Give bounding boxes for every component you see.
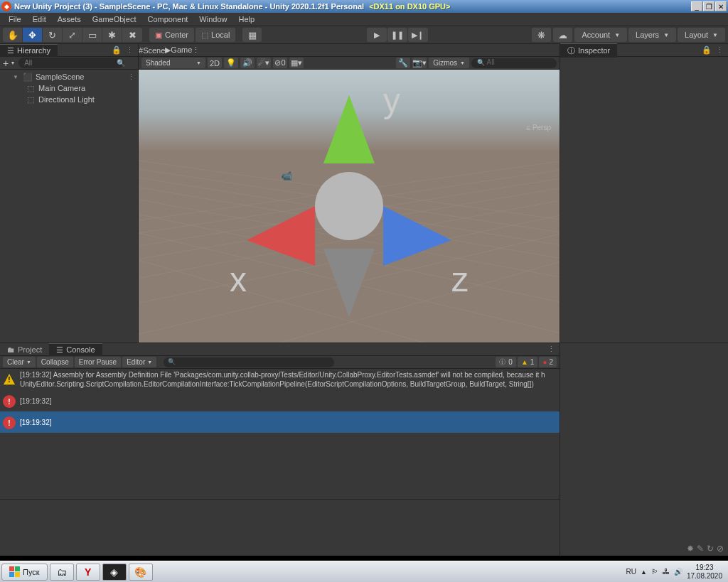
project-tab[interactable]: 🖿Project	[0, 344, 49, 355]
console-icon: ☰	[56, 345, 63, 355]
pivot-center-toggle[interactable]: ▣Center	[149, 28, 194, 42]
tray-network-icon[interactable]: 🖧	[663, 568, 670, 576]
step-button[interactable]: ▶❙	[408, 28, 428, 42]
maximize-button[interactable]: ❐	[703, 1, 714, 11]
audio-toggle[interactable]: 🔊	[240, 58, 255, 68]
taskbar-app-unity[interactable]: ◈	[102, 564, 127, 581]
pause-button[interactable]: ❚❚	[387, 28, 407, 42]
layers-dropdown[interactable]: Layers▼	[628, 28, 676, 42]
layout-dropdown[interactable]: Layout▼	[678, 28, 725, 42]
menu-window[interactable]: Window	[193, 14, 232, 25]
gameobject-directional-light[interactable]: ⬚Directional Light	[0, 94, 138, 105]
inspector-tab[interactable]: ⓘInspector	[560, 43, 617, 58]
svg-marker-17	[323, 249, 375, 317]
status-icon[interactable]: ✎	[697, 544, 704, 554]
error-icon: !	[3, 416, 16, 429]
panel-menu-icon[interactable]: ⋮	[126, 45, 134, 55]
status-icon[interactable]: ⊘	[717, 544, 724, 554]
info-count-badge[interactable]: 🛈0	[496, 357, 516, 367]
camera-icon[interactable]: 📷▾	[412, 58, 427, 68]
panel-menu-icon[interactable]: ⋮	[716, 45, 724, 55]
account-dropdown[interactable]: Account▼	[574, 28, 627, 42]
inspector-icon: ⓘ	[567, 45, 575, 56]
info-icon: 🛈	[499, 358, 506, 366]
2d-toggle[interactable]: 2D	[208, 58, 222, 68]
console-entry[interactable]: ! [19:19:32]	[0, 390, 560, 411]
start-button[interactable]: Пуск	[1, 564, 48, 581]
main-toolbar: ✋ ✥ ↻ ⤢ ▭ ✱ ✖ ▣Center ⬚Local ▦ ▶ ❚❚ ▶❙ ❋…	[0, 26, 728, 44]
tray-chevron-icon[interactable]: ▲	[641, 568, 647, 576]
cloud-button[interactable]: ☁	[553, 28, 573, 42]
clear-button[interactable]: Clear▼	[3, 357, 36, 367]
minimize-button[interactable]: _	[691, 1, 702, 11]
console-search[interactable]: 🔍	[164, 357, 334, 367]
panel-menu-icon[interactable]: ⋮	[192, 45, 200, 54]
panel-menu-icon[interactable]: ⋮	[547, 345, 555, 354]
taskbar-clock[interactable]: 19:23 17.08.2020	[687, 564, 722, 581]
scene-tab[interactable]: #Scene	[139, 46, 165, 55]
perspective-label[interactable]: ≤ Persp	[527, 124, 551, 131]
gizmos-dropdown[interactable]: Gizmos▼	[429, 58, 469, 68]
error-count-badge[interactable]: ●2	[539, 357, 557, 367]
error-pause-button[interactable]: Error Pause	[75, 357, 121, 367]
console-entry[interactable]: ! [19:19:32] Assembly for Assembly Defin…	[0, 369, 560, 390]
panel-lock-icon[interactable]: 🔒	[702, 45, 712, 55]
tray-flag-icon[interactable]: 🏳	[651, 568, 658, 576]
hand-tool[interactable]: ✋	[3, 28, 23, 42]
hierarchy-tab[interactable]: ☰Hierarchy	[0, 44, 58, 57]
orientation-gizmo[interactable]: x z y	[139, 70, 560, 343]
status-icon[interactable]: ↻	[707, 544, 714, 554]
menu-gameobject[interactable]: GameObject	[87, 14, 142, 25]
game-tab[interactable]: ▶Game	[165, 45, 192, 55]
lighting-toggle[interactable]: 💡	[224, 58, 238, 68]
collab-button[interactable]: ❋	[532, 28, 552, 42]
grid-toggle[interactable]: ▦▾	[289, 58, 304, 68]
svg-text:y: y	[383, 82, 400, 119]
language-indicator[interactable]: RU	[626, 568, 636, 576]
scene-root[interactable]: ▼⬛SampleScene⋮	[0, 71, 138, 82]
menu-assets[interactable]: Assets	[52, 14, 87, 25]
taskbar-app-paint[interactable]: 🎨	[129, 564, 153, 581]
scene-search[interactable]: 🔍 All	[471, 58, 557, 68]
play-button[interactable]: ▶	[367, 28, 387, 42]
menu-component[interactable]: Component	[141, 14, 193, 25]
item-menu-icon[interactable]: ⋮	[127, 72, 135, 82]
shading-dropdown[interactable]: Shaded▼	[141, 58, 205, 68]
custom-tool[interactable]: ✖	[122, 28, 142, 42]
scene-viewport[interactable]: 📹 ☀ x z y ≤ Persp	[139, 70, 560, 343]
fx-toggle[interactable]: ☄▾	[257, 58, 271, 68]
menu-edit[interactable]: Edit	[27, 14, 52, 25]
taskbar-app-yandex[interactable]: Y	[76, 564, 100, 581]
svg-text:z: z	[451, 261, 469, 298]
rotate-tool[interactable]: ↻	[43, 28, 63, 42]
menu-file[interactable]: File	[3, 14, 27, 25]
svg-marker-18	[247, 206, 315, 266]
collapse-button[interactable]: Collapse	[37, 357, 73, 367]
panel-lock-icon[interactable]: 🔒	[112, 45, 122, 55]
cube-icon: ⬚	[26, 83, 36, 93]
console-tab[interactable]: ☰Console	[49, 343, 102, 356]
hierarchy-tree[interactable]: ▼⬛SampleScene⋮ ⬚Main Camera ⬚Directional…	[0, 70, 138, 343]
gameobject-main-camera[interactable]: ⬚Main Camera	[0, 82, 138, 94]
editor-dropdown[interactable]: Editor▼	[122, 357, 156, 367]
console-entry[interactable]: ! [19:19:32]	[0, 411, 560, 433]
windows-logo-icon	[9, 566, 20, 577]
rect-tool[interactable]: ▭	[82, 28, 102, 42]
move-tool[interactable]: ✥	[23, 28, 43, 42]
taskbar-app-explorer[interactable]: 🗂	[50, 564, 74, 581]
status-icon[interactable]: ✸	[687, 544, 694, 554]
close-button[interactable]: ✕	[715, 1, 727, 11]
transform-tool[interactable]: ✱	[102, 28, 122, 42]
menu-help[interactable]: Help	[232, 14, 260, 25]
svg-marker-16	[323, 95, 375, 163]
pivot-local-toggle[interactable]: ⬚Local	[196, 28, 235, 42]
snap-toggle[interactable]: ▦	[242, 28, 262, 42]
add-button[interactable]: +	[3, 58, 9, 69]
warn-count-badge[interactable]: ▲1	[518, 357, 537, 367]
scale-tool[interactable]: ⤢	[63, 28, 82, 42]
tray-volume-icon[interactable]: 🔊	[674, 568, 682, 576]
hierarchy-search[interactable]	[18, 58, 124, 68]
hidden-toggle[interactable]: ⊘0	[273, 58, 287, 68]
warn-icon: ▲	[521, 358, 528, 366]
tools-icon[interactable]: 🔧	[396, 58, 410, 68]
